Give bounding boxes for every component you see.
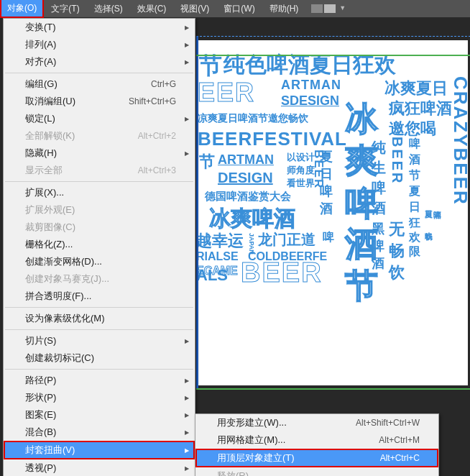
art-text: 啤: [372, 237, 384, 255]
art-text: 疯狂啤酒: [389, 98, 452, 119]
envelope-submenu: 用变形建立(W)...Alt+Shift+Ctrl+W用网格建立(M)...Al…: [195, 413, 439, 476]
art-text: ARTMAN: [281, 78, 341, 93]
art-text: 啤: [320, 183, 333, 200]
menu-item[interactable]: 形状(P): [4, 389, 195, 406]
artboard: 节 纯色啤酒夏日狂欢 EER ARTMAN 冰爽夏日 SDESIGN 疯狂啤酒 …: [196, 40, 468, 385]
art-text: BEER: [241, 257, 323, 288]
menu-item[interactable]: 拼合透明度(F)...: [4, 288, 195, 305]
menu-object[interactable]: 对象(O): [0, 0, 44, 18]
art-text: 凉爽夏日啤酒节邀您畅饮: [198, 112, 308, 125]
menu-help[interactable]: 帮助(H): [262, 0, 306, 17]
menubar: 对象(O) 文字(T) 选择(S) 效果(C) 视图(V) 窗口(W) 帮助(H…: [0, 0, 470, 17]
art-text: 夏: [409, 184, 420, 199]
menu-item[interactable]: 混合(B): [4, 424, 195, 441]
art-text: EER: [198, 78, 255, 108]
submenu-item: 释放(R): [195, 467, 438, 476]
menu-view[interactable]: 视图(V): [173, 0, 216, 17]
art-text: 限: [409, 244, 420, 260]
menu-item[interactable]: 扩展(X)...: [4, 184, 195, 201]
menu-item[interactable]: 隐藏(H): [4, 145, 195, 162]
chevron-down-icon: ▼: [339, 4, 346, 13]
menu-item: 扩展外观(E): [4, 201, 195, 219]
art-text: 畅: [389, 240, 405, 262]
menu-item: 裁剪图像(C): [4, 219, 195, 236]
art-text: 纯: [372, 138, 386, 157]
art-text: 酒: [320, 200, 333, 217]
view-mode-icons[interactable]: ▼: [311, 4, 346, 13]
art-text: 黑: [372, 220, 384, 237]
art-text: 生: [372, 158, 386, 178]
art-text: 日: [409, 200, 420, 215]
menu-item[interactable]: 路径(P): [4, 372, 195, 389]
menu-item[interactable]: 透视(P): [4, 459, 195, 476]
art-text: CRAZYBEER: [449, 76, 468, 206]
submenu-item[interactable]: 用网格建立(M)...Alt+Ctrl+M: [195, 431, 438, 449]
art-text: DESIGN: [218, 170, 273, 186]
menu-item[interactable]: 切片(S): [4, 332, 195, 349]
art-text: 酒: [372, 255, 384, 272]
menu-effect[interactable]: 效果(C): [130, 0, 174, 17]
menu-window[interactable]: 窗口(W): [216, 0, 262, 17]
art-text: 饮: [389, 262, 405, 283]
menu-item[interactable]: 排列(A): [4, 36, 195, 53]
menu-select[interactable]: 选择(S): [87, 0, 130, 17]
art-text: 啤: [372, 178, 386, 198]
menu-item[interactable]: 创建裁切标记(C): [4, 349, 195, 367]
menu-item: 创建对象马赛克(J)...: [4, 270, 195, 288]
menu-item[interactable]: 取消编组(U)Shift+Ctrl+G: [4, 93, 195, 110]
art-text: ARTMAN: [218, 152, 274, 168]
menu-item[interactable]: 图案(E): [4, 406, 195, 424]
art-text: 欢: [409, 230, 420, 245]
art-text: 酒: [372, 198, 386, 218]
object-dropdown: 变换(T)排列(A)对齐(A)编组(G)Ctrl+G取消编组(U)Shift+C…: [3, 18, 195, 476]
art-text: ALS: [196, 266, 228, 285]
art-text: BEERFESTIVAL: [198, 128, 347, 150]
art-text: RIALSE: [196, 250, 239, 263]
menu-item: 全部解锁(K)Alt+Ctrl+2: [4, 127, 195, 145]
art-text: 冰爽啤酒: [209, 204, 295, 234]
art-text: 龙门正道: [258, 230, 315, 250]
menu-item[interactable]: 栅格化(Z)...: [4, 236, 195, 253]
menu-item[interactable]: 封套扭曲(V): [4, 441, 195, 459]
menu-item[interactable]: 对齐(A): [4, 53, 195, 70]
art-text: 狂: [409, 216, 420, 231]
art-text: SDESIGN: [281, 93, 339, 109]
menu-item[interactable]: 编组(G)Ctrl+G: [4, 75, 195, 93]
menu-item: 显示全部Alt+Ctrl+3: [4, 162, 195, 179]
menu-item[interactable]: 设为像素级优化(M): [4, 310, 195, 327]
submenu-item[interactable]: 用顶层对象建立(T)Alt+Ctrl+C: [195, 449, 438, 467]
art-text: 节: [409, 168, 420, 183]
menu-item[interactable]: 创建渐变网格(D)...: [4, 253, 195, 270]
art-text: 无: [389, 219, 405, 240]
art-text: 冰爽夏日: [384, 78, 448, 99]
guide-line: [196, 55, 470, 56]
art-text: 啤: [323, 230, 334, 245]
guide-line: [196, 388, 470, 390]
art-text: 越幸运: [196, 230, 244, 252]
art-text: 德国啤酒鉴赏大会: [205, 190, 291, 203]
menu-item[interactable]: 变换(T): [4, 19, 195, 36]
submenu-item[interactable]: 用变形建立(W)...Alt+Shift+Ctrl+W: [195, 414, 438, 431]
menu-text[interactable]: 文字(T): [44, 0, 86, 17]
art-text: 啤: [409, 137, 420, 152]
art-text: 酒: [409, 152, 420, 168]
art-text: BEER: [389, 137, 405, 186]
art-text: 节: [199, 151, 215, 173]
menu-item[interactable]: 锁定(L): [4, 110, 195, 127]
